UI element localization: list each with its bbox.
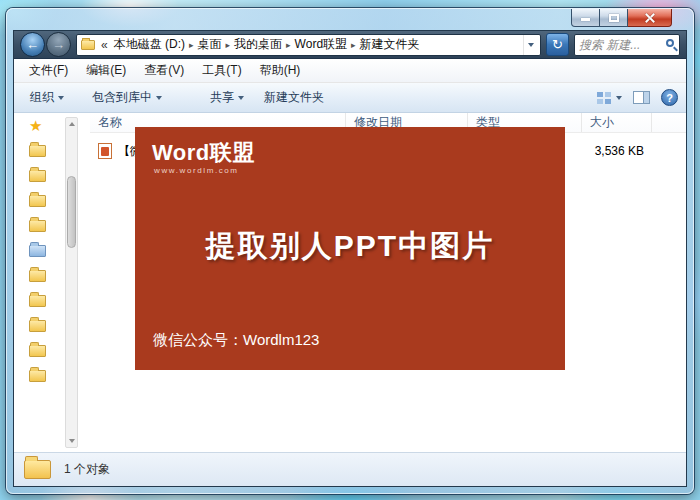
menu-bar: 文件(F) 编辑(E) 查看(V) 工具(T) 帮助(H) <box>14 59 686 83</box>
forward-button[interactable]: → <box>46 32 71 57</box>
breadcrumb-item-my-desktop[interactable]: 我的桌面 <box>231 36 285 53</box>
search-box[interactable] <box>574 34 680 56</box>
navigation-pane: ★ <box>14 113 90 452</box>
slide-image-overlay: Word联盟 www.wordlm.com 提取别人PPT中图片 微信公众号：W… <box>135 127 565 370</box>
wordlm-logo: Word联盟 <box>152 138 255 168</box>
new-folder-label: 新建文件夹 <box>264 89 324 106</box>
breadcrumb-item-wordlm[interactable]: Word联盟 <box>292 36 350 53</box>
search-icon <box>666 39 674 47</box>
column-header-size[interactable]: 大小 <box>582 113 652 132</box>
scroll-down-button[interactable] <box>66 436 77 447</box>
back-icon: ← <box>26 37 39 52</box>
scroll-up-button[interactable] <box>66 118 77 129</box>
sidebar-folder-icon[interactable] <box>29 220 46 232</box>
search-input[interactable] <box>579 38 666 52</box>
sidebar-folder-icon[interactable] <box>29 270 46 282</box>
views-grid-icon <box>597 92 612 104</box>
navigation-pane-items: ★ <box>29 120 46 382</box>
folder-icon <box>81 40 95 50</box>
file-size-cell: 3,536 KB <box>582 144 652 158</box>
chevron-down-icon <box>238 96 244 103</box>
breadcrumb-dropdown[interactable] <box>523 35 538 55</box>
sidebar-folder-icon[interactable] <box>29 345 46 357</box>
breadcrumb-item-new-folder[interactable]: 新建文件夹 <box>357 36 423 53</box>
slide-title: 提取别人PPT中图片 <box>135 226 565 267</box>
breadcrumb-overflow[interactable]: « <box>101 38 108 52</box>
close-button[interactable] <box>628 9 672 27</box>
help-button[interactable]: ? <box>661 89 678 106</box>
chevron-down-icon <box>156 96 162 103</box>
chevron-down-icon <box>58 96 64 103</box>
forward-icon: → <box>52 37 65 52</box>
sidebar-folder-icon[interactable] <box>29 295 46 307</box>
menu-help[interactable]: 帮助(H) <box>251 59 310 82</box>
breadcrumb-item-local-disk-d[interactable]: 本地磁盘 (D:) <box>111 36 188 53</box>
breadcrumb[interactable]: « 本地磁盘 (D:) ▸ 桌面 ▸ 我的桌面 ▸ Word联盟 ▸ 新建文件夹 <box>76 34 541 56</box>
desktop-wallpaper: ← → « 本地磁盘 (D:) ▸ 桌面 ▸ 我的桌面 ▸ Word联盟 ▸ 新… <box>0 0 700 500</box>
maximize-icon <box>609 14 619 22</box>
menu-file[interactable]: 文件(F) <box>20 59 77 82</box>
folder-icon <box>24 460 51 479</box>
item-count: 1 个对象 <box>64 461 110 478</box>
sidebar-folder-icon[interactable] <box>29 320 46 332</box>
sidebar-drive-icon[interactable] <box>29 245 46 257</box>
close-icon <box>644 12 656 24</box>
help-icon: ? <box>666 92 673 104</box>
command-bar: 组织 包含到库中 共享 新建文件夹 <box>14 83 686 113</box>
sidebar-scrollbar[interactable] <box>65 117 78 448</box>
organize-button[interactable]: 组织 <box>22 85 72 110</box>
column-header-filler <box>652 113 686 132</box>
refresh-button[interactable]: ↻ <box>546 33 569 56</box>
toolbar-right-group: ? <box>597 89 678 106</box>
triangle-up-icon <box>69 119 75 126</box>
minimize-icon <box>581 18 590 21</box>
share-label: 共享 <box>210 89 234 106</box>
include-in-library-button[interactable]: 包含到库中 <box>84 85 170 110</box>
sidebar-folder-icon[interactable] <box>29 195 46 207</box>
wordlm-url: www.wordlm.com <box>154 166 239 175</box>
favorites-star-icon[interactable]: ★ <box>29 120 42 132</box>
sidebar-folder-icon[interactable] <box>29 370 46 382</box>
change-view-button[interactable] <box>597 92 622 104</box>
back-button[interactable]: ← <box>20 32 45 57</box>
sidebar-folder-icon[interactable] <box>29 145 46 157</box>
navigation-bar: ← → « 本地磁盘 (D:) ▸ 桌面 ▸ 我的桌面 ▸ Word联盟 ▸ 新… <box>14 31 686 59</box>
scrollbar-thumb[interactable] <box>67 176 76 248</box>
menu-edit[interactable]: 编辑(E) <box>77 59 135 82</box>
new-folder-button[interactable]: 新建文件夹 <box>256 85 332 110</box>
preview-pane-button[interactable] <box>633 91 650 104</box>
sidebar-folder-icon[interactable] <box>29 170 46 182</box>
status-bar: 1 个对象 <box>14 452 686 486</box>
chevron-down-icon <box>616 96 622 103</box>
organize-label: 组织 <box>30 89 54 106</box>
menu-tools[interactable]: 工具(T) <box>193 59 250 82</box>
wechat-account: 微信公众号：Wordlm123 <box>153 331 319 350</box>
menu-view[interactable]: 查看(V) <box>135 59 193 82</box>
chevron-down-icon <box>528 43 534 50</box>
include-in-library-label: 包含到库中 <box>92 89 152 106</box>
breadcrumb-item-desktop[interactable]: 桌面 <box>195 36 225 53</box>
minimize-button[interactable] <box>571 9 600 27</box>
window-controls <box>571 9 672 27</box>
refresh-icon: ↻ <box>552 37 563 52</box>
triangle-down-icon <box>69 439 75 446</box>
maximize-button[interactable] <box>600 9 628 27</box>
share-button[interactable]: 共享 <box>202 85 252 110</box>
powerpoint-file-icon <box>98 143 112 159</box>
